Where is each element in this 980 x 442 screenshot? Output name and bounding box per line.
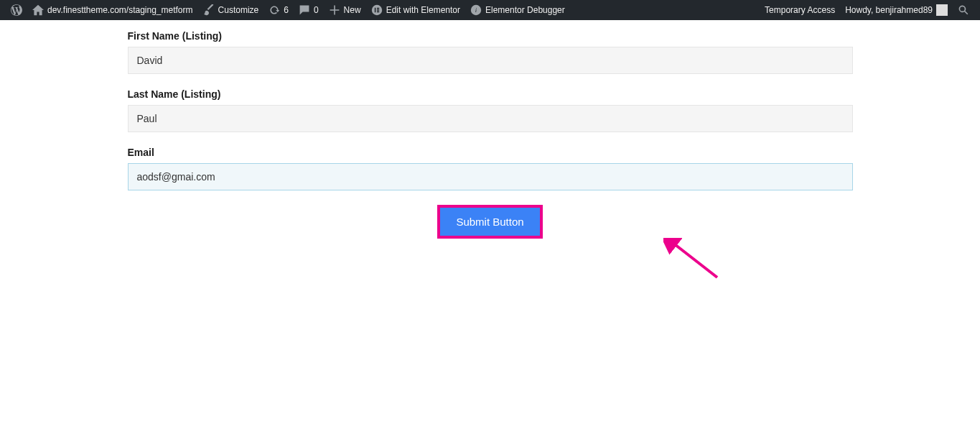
first-name-input[interactable] bbox=[128, 47, 853, 74]
site-url-label: dev.finesttheme.com/staging_metform bbox=[47, 5, 193, 15]
search-icon bbox=[958, 4, 969, 16]
customize-menu[interactable]: Customize bbox=[198, 0, 264, 20]
edit-elementor-label: Edit with Elementor bbox=[386, 5, 460, 15]
search-menu[interactable] bbox=[953, 0, 974, 20]
form-container: First Name (Listing) Last Name (Listing)… bbox=[128, 20, 853, 239]
home-icon bbox=[32, 4, 44, 16]
elementor-debugger-menu[interactable]: i Elementor Debugger bbox=[465, 0, 570, 20]
elementor-icon bbox=[371, 4, 383, 16]
brush-icon bbox=[203, 4, 215, 16]
wp-logo-menu[interactable] bbox=[6, 0, 27, 20]
svg-line-4 bbox=[672, 242, 717, 277]
edit-elementor-menu[interactable]: Edit with Elementor bbox=[366, 0, 465, 20]
new-label: New bbox=[344, 5, 361, 15]
wp-admin-bar: dev.finesttheme.com/staging_metform Cust… bbox=[0, 0, 980, 20]
submit-wrapper: Submit Button bbox=[128, 205, 853, 239]
temporary-access-menu[interactable]: Temporary Access bbox=[760, 0, 840, 20]
plus-icon bbox=[329, 4, 340, 16]
comment-icon bbox=[299, 4, 310, 16]
comment-count: 0 bbox=[314, 5, 319, 15]
first-name-group: First Name (Listing) bbox=[128, 30, 853, 74]
email-input[interactable] bbox=[128, 163, 853, 190]
arrow-annotation-icon bbox=[663, 238, 728, 288]
first-name-label: First Name (Listing) bbox=[128, 30, 853, 42]
wordpress-icon bbox=[11, 4, 22, 16]
debugger-icon: i bbox=[470, 4, 482, 16]
update-icon bbox=[269, 4, 280, 16]
site-name-menu[interactable]: dev.finesttheme.com/staging_metform bbox=[27, 0, 198, 20]
updates-menu[interactable]: 6 bbox=[263, 0, 294, 20]
admin-bar-left: dev.finesttheme.com/staging_metform Cust… bbox=[6, 0, 570, 20]
temporary-access-label: Temporary Access bbox=[765, 5, 835, 15]
customize-label: Customize bbox=[218, 5, 259, 15]
avatar-icon bbox=[936, 4, 948, 16]
admin-bar-right: Temporary Access Howdy, benjirahmed89 bbox=[760, 0, 974, 20]
last-name-group: Last Name (Listing) bbox=[128, 88, 853, 132]
my-account-menu[interactable]: Howdy, benjirahmed89 bbox=[840, 0, 953, 20]
submit-button[interactable]: Submit Button bbox=[437, 205, 542, 239]
howdy-label: Howdy, benjirahmed89 bbox=[845, 5, 933, 15]
new-content-menu[interactable]: New bbox=[324, 0, 366, 20]
last-name-label: Last Name (Listing) bbox=[128, 88, 853, 100]
update-count: 6 bbox=[284, 5, 289, 15]
email-group: Email bbox=[128, 147, 853, 190]
comments-menu[interactable]: 0 bbox=[294, 0, 324, 20]
elementor-debugger-label: Elementor Debugger bbox=[485, 5, 565, 15]
last-name-input[interactable] bbox=[128, 105, 853, 132]
email-label: Email bbox=[128, 147, 853, 158]
